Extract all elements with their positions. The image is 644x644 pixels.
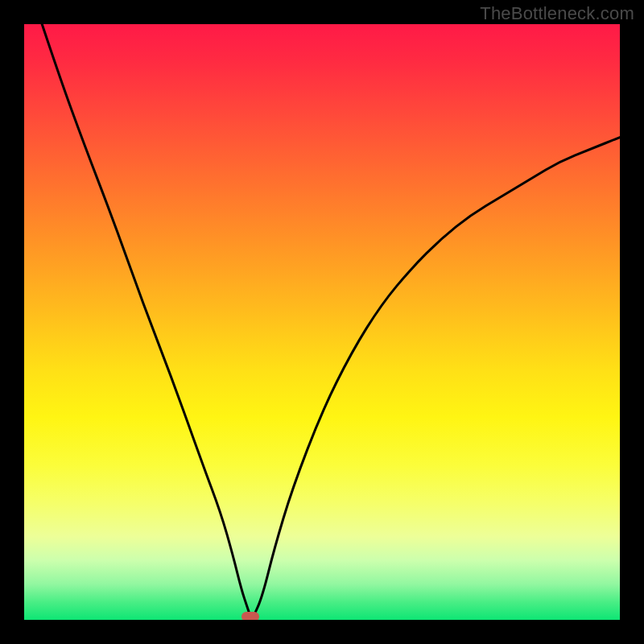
bottleneck-curve-line: [42, 24, 620, 617]
chart-frame: TheBottleneck.com: [0, 0, 644, 644]
plot-area: [24, 24, 620, 620]
optimal-point-marker: [242, 612, 259, 620]
curve-svg: [24, 24, 620, 620]
watermark-text: TheBottleneck.com: [480, 3, 634, 24]
